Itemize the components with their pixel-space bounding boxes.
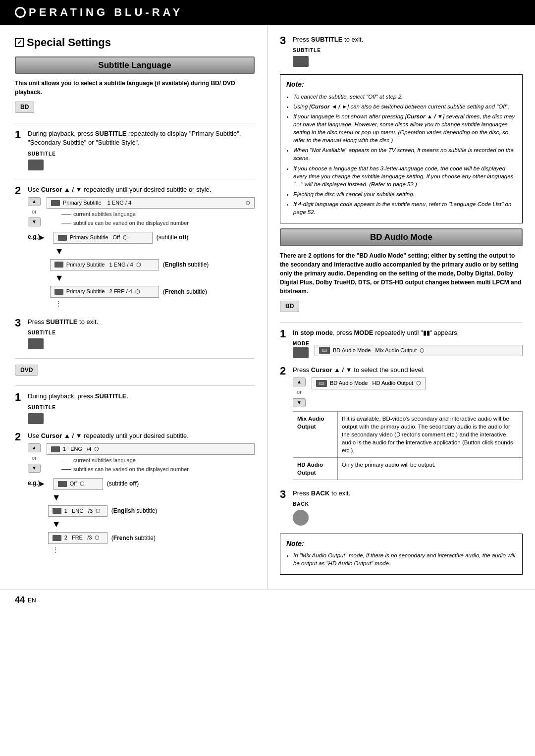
bd-display-text: Primary Subtitle 1 ENG / 4: [63, 199, 243, 207]
subtitle-exit-square: [28, 338, 44, 349]
bd-audio-step3: 3 Press BACK to exit. BACK: [280, 489, 523, 528]
subtitle-btn-square-dvd: [28, 413, 44, 424]
right-note-item-6: Ejecting the disc will cancel your subti…: [293, 190, 516, 198]
audio-or-text: or: [297, 388, 302, 396]
subtitle-exit-label: SUBTITLE: [28, 329, 56, 336]
special-settings-label: Special Settings: [27, 35, 111, 51]
subtitle-btn-bd-exit: SUBTITLE: [28, 329, 255, 336]
bd-audio-step3-text: Press BACK to exit.: [293, 489, 523, 498]
arrow-down-dvd[interactable]: ▼: [28, 464, 41, 473]
step3-bd-number: 3: [15, 318, 24, 352]
dvd-dash-2: [61, 469, 71, 470]
display-icon-eng-dvd: [53, 508, 61, 514]
step1-bd-number: 1: [15, 129, 24, 173]
display-text-off-dvd: Off: [70, 480, 77, 487]
bd-badge: BD: [15, 102, 34, 113]
mode-display-arrow-2: ⬡: [416, 379, 421, 387]
audio-options-table: Mix Audio Output If it is available, BD-…: [293, 411, 523, 481]
bd-audio-mode-display-1: BD Audio Mode Mix Audio Output ⬡: [315, 345, 523, 356]
right-note-item-1: To cancel the subtitle, select "Off" at …: [293, 93, 516, 101]
display-icon-off-dvd: [58, 481, 67, 487]
subtitle-btn-dvd: SUBTITLE: [28, 404, 255, 411]
subtitle-right-square: [293, 56, 309, 67]
mode-icon-inner-2: [319, 382, 324, 385]
dvd-ann-1: current subtitles language: [61, 457, 255, 464]
cursor-arrows-bd: ▲ or ▼: [28, 197, 41, 226]
back-btn-circle: [293, 510, 309, 526]
eg-row-fre-bd: Primary Subtitle 2 FRE / 4 ⬡ (French sub…: [43, 286, 255, 297]
display-off-bd: Primary Subtitle Off ⬡: [54, 232, 153, 243]
step3-right-text: Press SUBTITLE to exit.: [293, 35, 523, 44]
suffix-fre-bd: (French subtitle): [163, 288, 207, 296]
bd-audio-note-title: Note:: [286, 539, 516, 549]
right-column: 3 Press SUBTITLE to exit. SUBTITLE Note:…: [268, 25, 535, 590]
display-icon-off: [58, 235, 67, 241]
checkbox-icon: ✓: [15, 38, 24, 47]
step2-bd-text: Use Cursor ▲ / ▼ repeatedly until your d…: [28, 185, 255, 194]
step1-dvd: 1 During playback, press SUBTITLE. SUBTI…: [15, 392, 255, 426]
dots-dvd: ⋮: [52, 545, 255, 555]
eg-row-off-bd: ➤ Primary Subtitle Off ⬡ (subtitle off): [43, 232, 255, 243]
audio-arrow-up[interactable]: ▲: [293, 378, 306, 386]
step3-bd-content: Press SUBTITLE to exit. SUBTITLE: [28, 318, 255, 352]
display-arrow-fre: ⬡: [135, 288, 140, 295]
suffix-eng-bd: (English subtitle): [163, 261, 209, 269]
bd-audio-step1: 1 In stop mode, press MODE repeatedly un…: [280, 328, 523, 361]
dvd-ann-text-1: current subtitles language: [73, 457, 136, 464]
step1-dvd-number: 1: [15, 392, 24, 426]
bd-audio-note-list: In "Mix Audio Output" mode, if there is …: [286, 551, 516, 567]
eg-row-eng-dvd: 1 ENG /3 ⬡ (English subtitle): [43, 505, 255, 517]
arrow-down-btn[interactable]: ▼: [28, 217, 41, 226]
bd-audio-step1-text: In stop mode, press MODE repeatedly unti…: [293, 328, 523, 337]
step2-bd-number: 2: [15, 185, 24, 313]
bd-audio-step1-content: In stop mode, press MODE repeatedly unti…: [293, 328, 523, 361]
step3-bd-text: Press SUBTITLE to exit.: [28, 318, 255, 326]
header: PERATING BLU-RAY: [0, 0, 535, 25]
annotation-text-2: subtitles can be varied on the displayed…: [73, 219, 189, 227]
step3-right-num: 3: [280, 35, 289, 69]
cursor-arrows-audio: ▲ or ▼: [293, 378, 306, 407]
annotation-line-1: current subtitles language: [61, 211, 255, 218]
bd-audio-step2: 2 Press Cursor ▲ / ▼ to select the sound…: [280, 366, 523, 484]
arrow-up-btn[interactable]: ▲: [28, 197, 41, 206]
dvd-badge: DVD: [15, 365, 38, 376]
annotation-line-2: subtitles can be varied on the displayed…: [61, 219, 255, 227]
audio-mix-desc: If it is available, BD-video's secondary…: [338, 411, 523, 457]
display-icon-eng: [54, 262, 63, 268]
bd-audio-step2-text: Press Cursor ▲ / ▼ to select the sound l…: [293, 366, 523, 375]
dots-bd: ⋮: [55, 299, 255, 309]
display-text-eng-dvd: 1 ENG /3: [64, 507, 93, 515]
step2-dvd-content: Use Cursor ▲ / ▼ repeatedly until your d…: [28, 432, 255, 559]
special-settings-heading: ✓ Special Settings: [15, 35, 255, 51]
audio-arrow-down[interactable]: ▼: [293, 398, 306, 407]
dvd-display-area: 1 ENG /4 ⬡ current subtitles language: [47, 443, 255, 474]
display-text-fre: Primary Subtitle 2 FRE / 4: [66, 288, 132, 295]
display-arrow-off-dvd: ⬡: [80, 480, 85, 487]
audio-table-row-hd: HD Audio Output Only the primary audio w…: [293, 458, 523, 480]
ann-dash-1: [61, 215, 71, 215]
page-lang: EN: [28, 596, 36, 605]
right-note-title: Note:: [286, 80, 516, 90]
bd-audio-mode-display-2: BD Audio Mode HD Audio Output ⬡: [312, 378, 426, 389]
dvd-annotations: current subtitles language subtitles can…: [61, 457, 255, 473]
step2-dvd-text: Use Cursor ▲ / ▼ repeatedly until your d…: [28, 432, 255, 440]
divider-after-bd: [15, 123, 255, 123]
eg-section-dvd: e.g.) ➤ Off ⬡ (: [28, 478, 255, 555]
step2-bd-content: Use Cursor ▲ / ▼ repeatedly until your d…: [28, 185, 255, 313]
right-note-list: To cancel the subtitle, select "Off" at …: [286, 93, 516, 216]
step1-bd-text: During playback, press SUBTITLE repeated…: [28, 129, 255, 147]
mode-icon-inner-1: [322, 349, 327, 352]
arrow-up-dvd[interactable]: ▲: [28, 443, 41, 452]
bd-audio-step1-num: 1: [280, 328, 289, 361]
mode-icon-2: [316, 380, 327, 387]
mode-display-arrow-1: ⬡: [420, 347, 425, 354]
divider-step1-bd: [15, 179, 255, 179]
or-text-bd: or: [32, 208, 37, 216]
right-note-item-7: If 4-digit language code appears in the …: [293, 200, 516, 216]
header-circle-icon: [15, 7, 26, 18]
bd-audio-step2-num: 2: [280, 366, 289, 484]
display-text-fre-dvd: 2 FRE /3: [64, 534, 92, 541]
display-arrow-eng-dvd: ⬡: [96, 507, 101, 515]
step1-bd-bold: SUBTITLE: [95, 130, 127, 137]
bd-audio-step3-num: 3: [280, 489, 289, 528]
